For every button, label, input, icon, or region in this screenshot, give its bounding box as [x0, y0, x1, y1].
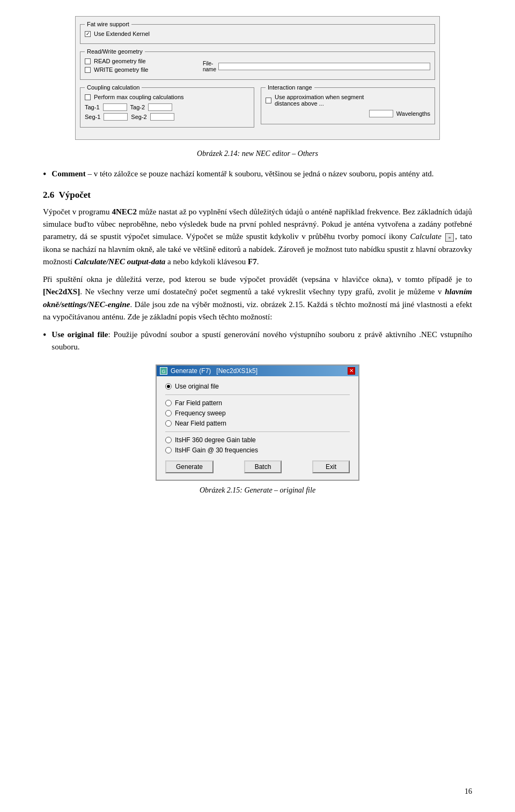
bullet-dot-2: •	[43, 328, 46, 354]
seg1-label: Seg-1	[85, 114, 100, 120]
fat-wire-group: Fat wire support Use Extended Kernel	[80, 21, 435, 44]
option-near-field[interactable]: Near Field pattern	[165, 420, 350, 427]
interaction-label: Use approximation when segmentdistances …	[275, 94, 364, 107]
tag2-label: Tag-2	[130, 104, 145, 110]
write-checkbox[interactable]	[85, 67, 91, 73]
option-itshf-30-label: ItsHF Gain @ 30 frequencies	[175, 446, 258, 454]
section-heading: 2.6 Výpočet	[43, 190, 472, 200]
radio-freq-sweep[interactable]	[165, 410, 172, 416]
coupling-checkbox[interactable]	[85, 94, 91, 100]
rw-group: Read/Write geometry READ geometry file W…	[80, 48, 435, 80]
seg2-label: Seg-2	[131, 114, 146, 120]
dialog-screenshot-1: Fat wire support Use Extended Kernel Rea…	[75, 16, 440, 140]
read-label: READ geometry file	[94, 58, 146, 64]
coupling-group: Coupling calculation Perform max couplin…	[80, 84, 254, 128]
page: Fat wire support Use Extended Kernel Rea…	[0, 0, 515, 812]
seg2-input[interactable]	[150, 113, 174, 121]
radio-near-field[interactable]	[165, 420, 172, 427]
batch-button[interactable]: Batch	[244, 460, 282, 473]
dialog2-titlebar: G Generate (F7) [Nec2dXS1k5] ✕	[157, 366, 358, 376]
rw-legend: Read/Write geometry	[85, 48, 145, 55]
caption-2: Obrázek 2.15: Generate – original file	[43, 486, 472, 495]
page-number: 16	[465, 787, 472, 796]
dialog2-body: Use original file Far Field pattern Freq…	[157, 376, 358, 480]
radio-itshf-360[interactable]	[165, 437, 172, 443]
wavelengths-label: Wavelengths	[396, 110, 430, 117]
dialog2-title: Generate (F7) [Nec2dXS1k5]	[171, 367, 258, 375]
paragraph-1: Výpočet v programu 4NEC2 může nastat až …	[43, 206, 472, 268]
option-itshf-360-label: ItsHF 360 degree Gain table	[175, 436, 256, 444]
caption-1: Obrázek 2.14: new NEC editor – Others	[43, 150, 472, 158]
option-use-original-label: Use original file	[175, 383, 219, 390]
read-checkbox[interactable]	[85, 58, 91, 64]
fat-wire-label: Use Extended Kernel	[94, 31, 150, 37]
bullet-item-original-file: • Use original file: Použije původní sou…	[43, 329, 472, 354]
paragraph-2: Při spuštění okna je důležitá verze, pod…	[43, 273, 472, 323]
fat-wire-checkbox[interactable]	[85, 31, 91, 37]
tag1-input[interactable]	[103, 103, 127, 111]
bullet-dot: •	[43, 167, 46, 182]
dialog2-buttons: Generate Batch Exit	[165, 460, 350, 473]
coupling-label: Perform max coupling calculations	[94, 94, 184, 100]
radio-use-original[interactable]	[165, 383, 172, 390]
exit-button[interactable]: Exit	[312, 460, 350, 473]
tag1-label: Tag-1	[85, 104, 100, 110]
wavelengths-input[interactable]	[369, 110, 393, 117]
dialog2-close-button[interactable]: ✕	[348, 367, 355, 375]
calculate-icon: ≡	[445, 233, 454, 242]
option-itshf-30[interactable]: ItsHF Gain @ 30 frequencies	[165, 446, 350, 454]
seg1-input[interactable]	[104, 113, 128, 121]
option-freq-sweep[interactable]: Frequency sweep	[165, 409, 350, 417]
file-name-input[interactable]	[218, 63, 430, 70]
interaction-group: Interaction range Use approximation when…	[261, 84, 435, 124]
option-itshf-360[interactable]: ItsHF 360 degree Gain table	[165, 436, 350, 444]
bullet-list-2: • Use original file: Použije původní sou…	[43, 329, 472, 354]
bullet-text-original-file: Use original file: Použije původní soubo…	[52, 329, 472, 354]
interaction-checkbox[interactable]	[266, 98, 271, 103]
radio-itshf-30[interactable]	[165, 447, 172, 453]
dialog-screenshot-2: G Generate (F7) [Nec2dXS1k5] ✕ Use origi…	[156, 364, 359, 481]
interaction-legend: Interaction range	[266, 84, 314, 91]
fat-wire-legend: Fat wire support	[85, 21, 131, 27]
dialog2-app-icon: G	[160, 367, 167, 375]
option-freq-sweep-label: Frequency sweep	[175, 409, 226, 417]
generate-button[interactable]: Generate	[165, 460, 214, 473]
tag2-input[interactable]	[148, 103, 172, 111]
option-use-original[interactable]: Use original file	[165, 383, 350, 390]
bullet-text-comment: Comment – v této záložce se pouze nacház…	[52, 168, 433, 182]
option-near-field-label: Near Field pattern	[175, 420, 226, 427]
radio-far-field[interactable]	[165, 400, 172, 406]
option-group: Use original file Far Field pattern Freq…	[165, 383, 350, 454]
write-label: WRITE geometry file	[94, 66, 148, 73]
option-far-field-label: Far Field pattern	[175, 399, 222, 407]
bullet-list-1: • Comment – v této záložce se pouze nach…	[43, 168, 472, 182]
coupling-legend: Coupling calculation	[85, 84, 142, 91]
file-name-label: File-name	[203, 61, 216, 72]
option-far-field[interactable]: Far Field pattern	[165, 399, 350, 407]
bullet-item-comment: • Comment – v této záložce se pouze nach…	[43, 168, 472, 182]
